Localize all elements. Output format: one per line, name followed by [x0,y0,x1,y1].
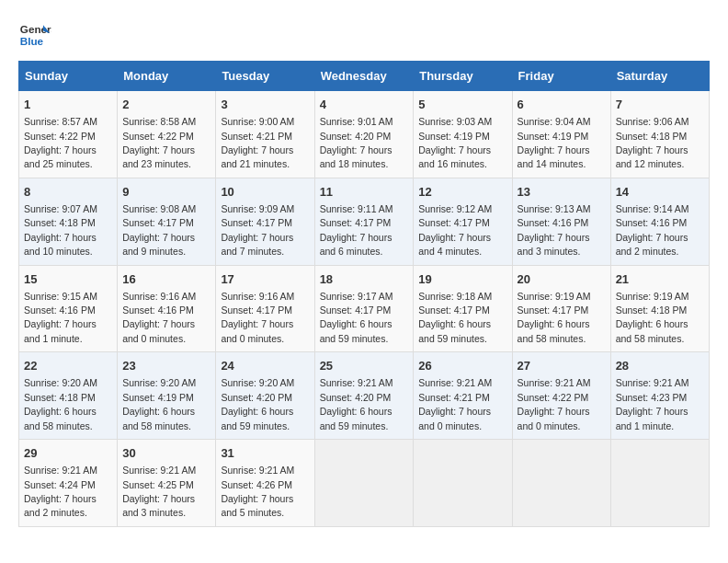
day-number: 6 [518,97,606,113]
day-number: 30 [122,445,210,462]
day-detail: Sunrise: 8:58 AMSunset: 4:22 PMDaylight:… [122,116,196,169]
day-number: 27 [518,358,606,374]
calendar-header-saturday: Saturday [610,62,709,91]
calendar-cell [314,440,414,527]
day-detail: Sunrise: 9:21 AMSunset: 4:24 PMDaylight:… [24,465,97,518]
day-detail: Sunrise: 9:09 AMSunset: 4:17 PMDaylight:… [221,203,294,257]
calendar-cell: 19 Sunrise: 9:18 AMSunset: 4:17 PMDaylig… [414,265,512,352]
day-detail: Sunrise: 9:20 AMSunset: 4:19 PMDaylight:… [122,377,196,431]
day-number: 3 [221,97,309,113]
calendar-cell: 1 Sunrise: 8:57 AMSunset: 4:22 PMDayligh… [19,91,118,178]
day-detail: Sunrise: 9:19 AMSunset: 4:18 PMDaylight:… [616,291,689,344]
day-detail: Sunrise: 9:16 AMSunset: 4:17 PMDaylight:… [221,291,294,344]
day-detail: Sunrise: 9:12 AMSunset: 4:17 PMDaylight:… [418,203,492,257]
day-number: 23 [122,358,210,374]
day-detail: Sunrise: 9:08 AMSunset: 4:17 PMDaylight:… [122,203,196,257]
day-detail: Sunrise: 9:11 AMSunset: 4:17 PMDaylight:… [320,203,393,257]
calendar-cell: 29 Sunrise: 9:21 AMSunset: 4:24 PMDaylig… [19,440,118,527]
calendar-header-monday: Monday [118,62,216,91]
calendar-cell: 2 Sunrise: 8:58 AMSunset: 4:22 PMDayligh… [118,91,216,178]
calendar-cell: 26 Sunrise: 9:21 AMSunset: 4:21 PMDaylig… [414,352,512,440]
calendar-cell: 14 Sunrise: 9:14 AMSunset: 4:16 PMDaylig… [610,178,709,265]
calendar-cell [512,440,610,527]
calendar-cell: 23 Sunrise: 9:20 AMSunset: 4:19 PMDaylig… [118,352,216,440]
day-detail: Sunrise: 9:21 AMSunset: 4:25 PMDaylight:… [122,465,196,518]
calendar-cell: 31 Sunrise: 9:21 AMSunset: 4:26 PMDaylig… [216,440,314,527]
day-detail: Sunrise: 9:16 AMSunset: 4:16 PMDaylight:… [122,291,196,344]
day-detail: Sunrise: 9:21 AMSunset: 4:26 PMDaylight:… [221,465,294,518]
logo: General Blue [18,18,51,52]
calendar-table: SundayMondayTuesdayWednesdayThursdayFrid… [18,61,710,527]
header: General Blue [18,18,710,52]
day-detail: Sunrise: 9:19 AMSunset: 4:17 PMDaylight:… [518,291,591,344]
day-detail: Sunrise: 9:15 AMSunset: 4:16 PMDaylight:… [24,291,97,344]
day-number: 19 [418,271,506,288]
day-detail: Sunrise: 9:21 AMSunset: 4:23 PMDaylight:… [616,377,689,431]
calendar-cell: 11 Sunrise: 9:11 AMSunset: 4:17 PMDaylig… [314,178,414,265]
calendar-cell: 22 Sunrise: 9:20 AMSunset: 4:18 PMDaylig… [19,352,118,440]
day-number: 5 [418,97,506,113]
day-detail: Sunrise: 9:13 AMSunset: 4:16 PMDaylight:… [518,203,591,257]
day-number: 10 [221,184,309,201]
calendar-cell: 4 Sunrise: 9:01 AMSunset: 4:20 PMDayligh… [314,91,414,178]
day-number: 31 [221,445,309,462]
day-detail: Sunrise: 8:57 AMSunset: 4:22 PMDaylight:… [24,116,97,169]
calendar-cell: 24 Sunrise: 9:20 AMSunset: 4:20 PMDaylig… [216,352,314,440]
day-detail: Sunrise: 9:21 AMSunset: 4:20 PMDaylight:… [320,377,393,431]
day-number: 14 [616,184,704,201]
day-number: 1 [24,97,112,113]
calendar-cell: 9 Sunrise: 9:08 AMSunset: 4:17 PMDayligh… [118,178,216,265]
calendar-cell: 30 Sunrise: 9:21 AMSunset: 4:25 PMDaylig… [118,440,216,527]
day-detail: Sunrise: 9:21 AMSunset: 4:22 PMDaylight:… [518,377,591,431]
calendar-cell: 6 Sunrise: 9:04 AMSunset: 4:19 PMDayligh… [512,91,610,178]
day-detail: Sunrise: 9:20 AMSunset: 4:20 PMDaylight:… [221,377,294,431]
calendar-cell: 8 Sunrise: 9:07 AMSunset: 4:18 PMDayligh… [19,178,118,265]
day-detail: Sunrise: 9:00 AMSunset: 4:21 PMDaylight:… [221,116,294,169]
calendar-header-wednesday: Wednesday [314,62,414,91]
calendar-cell [610,440,709,527]
calendar-header-tuesday: Tuesday [216,62,314,91]
day-number: 20 [518,271,606,288]
day-number: 9 [122,184,210,201]
calendar-cell: 16 Sunrise: 9:16 AMSunset: 4:16 PMDaylig… [118,265,216,352]
logo-icon: General Blue [18,18,51,52]
svg-text:General: General [20,23,51,35]
calendar-header-thursday: Thursday [414,62,512,91]
calendar-week-row: 22 Sunrise: 9:20 AMSunset: 4:18 PMDaylig… [19,352,710,440]
day-number: 29 [24,445,112,462]
calendar-cell: 18 Sunrise: 9:17 AMSunset: 4:17 PMDaylig… [314,265,414,352]
calendar-cell: 10 Sunrise: 9:09 AMSunset: 4:17 PMDaylig… [216,178,314,265]
calendar-header-friday: Friday [512,62,610,91]
calendar-cell: 25 Sunrise: 9:21 AMSunset: 4:20 PMDaylig… [314,352,414,440]
day-number: 26 [418,358,506,374]
day-number: 8 [24,184,112,201]
calendar-week-row: 1 Sunrise: 8:57 AMSunset: 4:22 PMDayligh… [19,91,710,178]
day-number: 12 [418,184,506,201]
day-number: 17 [221,271,309,288]
day-detail: Sunrise: 9:18 AMSunset: 4:17 PMDaylight:… [418,291,492,344]
calendar-week-row: 29 Sunrise: 9:21 AMSunset: 4:24 PMDaylig… [19,440,710,527]
calendar-cell: 27 Sunrise: 9:21 AMSunset: 4:22 PMDaylig… [512,352,610,440]
calendar-header-sunday: Sunday [19,62,118,91]
calendar-cell: 12 Sunrise: 9:12 AMSunset: 4:17 PMDaylig… [414,178,512,265]
calendar-cell: 5 Sunrise: 9:03 AMSunset: 4:19 PMDayligh… [414,91,512,178]
calendar-cell: 20 Sunrise: 9:19 AMSunset: 4:17 PMDaylig… [512,265,610,352]
day-number: 22 [24,358,112,374]
calendar-week-row: 8 Sunrise: 9:07 AMSunset: 4:18 PMDayligh… [19,178,710,265]
calendar-week-row: 15 Sunrise: 9:15 AMSunset: 4:16 PMDaylig… [19,265,710,352]
day-detail: Sunrise: 9:20 AMSunset: 4:18 PMDaylight:… [24,377,97,431]
day-detail: Sunrise: 9:06 AMSunset: 4:18 PMDaylight:… [616,116,689,169]
day-detail: Sunrise: 9:17 AMSunset: 4:17 PMDaylight:… [320,291,393,344]
calendar-cell [414,440,512,527]
day-detail: Sunrise: 9:01 AMSunset: 4:20 PMDaylight:… [320,116,393,169]
calendar-cell: 3 Sunrise: 9:00 AMSunset: 4:21 PMDayligh… [216,91,314,178]
calendar-cell: 28 Sunrise: 9:21 AMSunset: 4:23 PMDaylig… [610,352,709,440]
day-detail: Sunrise: 9:21 AMSunset: 4:21 PMDaylight:… [418,377,492,431]
day-detail: Sunrise: 9:04 AMSunset: 4:19 PMDaylight:… [518,116,591,169]
svg-text:Blue: Blue [20,35,44,47]
day-number: 18 [320,271,409,288]
day-detail: Sunrise: 9:07 AMSunset: 4:18 PMDaylight:… [24,203,97,257]
day-number: 21 [616,271,704,288]
day-detail: Sunrise: 9:14 AMSunset: 4:16 PMDaylight:… [616,203,689,257]
calendar-cell: 7 Sunrise: 9:06 AMSunset: 4:18 PMDayligh… [610,91,709,178]
